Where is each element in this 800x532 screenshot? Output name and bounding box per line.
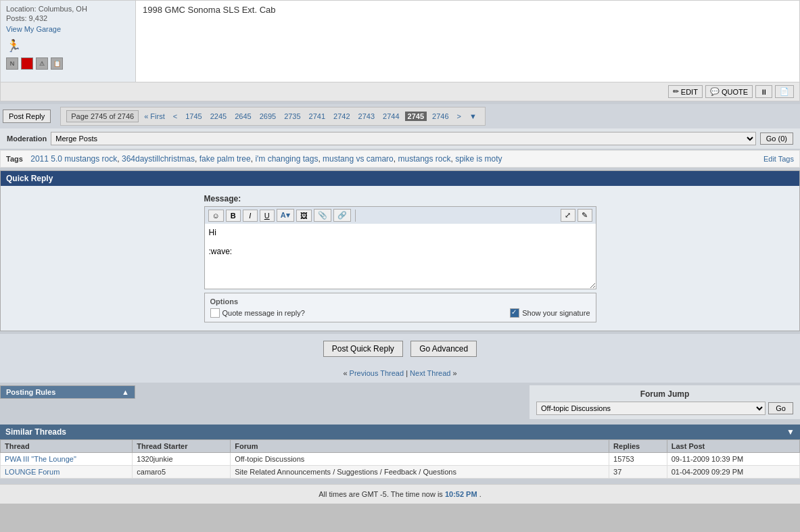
quote-button[interactable]: 💬 QUOTE [705, 85, 753, 98]
view-garage-link[interactable]: View My Garage [6, 25, 130, 33]
go-advanced-button[interactable]: Go Advanced [410, 341, 477, 357]
next-thread-link[interactable]: Next Thread [410, 369, 450, 377]
post-vehicle: 1998 GMC Sonoma SLS Ext. Cab [143, 5, 793, 15]
tag-link-6[interactable]: mustangs rock [398, 154, 450, 164]
posting-rules-box: Posting Rules ▲ [0, 385, 135, 399]
italic-button[interactable]: I [243, 210, 258, 222]
current-page: 2745 [405, 112, 427, 121]
tag-link-2[interactable]: 364daystillchristmas [122, 154, 195, 164]
footer-period: . [479, 490, 481, 498]
replies-1: 15753 [609, 453, 667, 466]
post-count: Posts: 9,432 [6, 14, 130, 22]
bottom-section: Posting Rules ▲ Forum Jump Off-topic Dis… [0, 383, 800, 422]
thread-link-2[interactable]: LOUNGE Forum [5, 468, 60, 476]
user-icon: 🏃 [6, 39, 130, 53]
tags-label: Tags [6, 155, 23, 163]
message-textarea[interactable]: Hi :wave: [204, 224, 596, 289]
edit-icon: ✏ [673, 87, 679, 96]
page-2741[interactable]: 2741 [306, 112, 328, 121]
quote-label: Quote message in reply? [222, 309, 305, 317]
page-1745[interactable]: 1745 [183, 112, 204, 121]
col-starter: Thread Starter [133, 440, 231, 453]
similar-threads-expand-icon[interactable]: ▼ [786, 427, 795, 437]
page-2245[interactable]: 2245 [208, 112, 229, 121]
moderation-dropdown[interactable]: Merge Posts Delete Posts Move Thread Clo… [51, 132, 756, 145]
tag-link-3[interactable]: fake palm tree [199, 154, 251, 164]
page-2743[interactable]: 2743 [356, 112, 377, 121]
post-quick-reply-button[interactable]: Post Quick Reply [323, 341, 403, 357]
icon-1: N [6, 57, 18, 70]
first-page-link[interactable]: « First [141, 112, 168, 121]
quote-icon: 💬 [710, 87, 720, 96]
signature-checkbox[interactable] [510, 308, 519, 318]
forum-jump-box: Forum Jump Off-topic Discussions Go [530, 385, 800, 419]
thread-link-1[interactable]: PWA III "The Lounge" [5, 455, 76, 463]
pagination-bar: Page 2745 of 2746 « First < 1745 2245 26… [60, 107, 486, 126]
page-2695[interactable]: 2695 [257, 112, 279, 121]
footer-bar: All times are GMT -5. The time now is 10… [0, 484, 800, 504]
col-thread: Thread [1, 440, 133, 453]
insert-image-button[interactable]: 🖼 [296, 210, 312, 222]
options-label: Options [210, 297, 590, 306]
tag-link-4[interactable]: i'm changing tags [255, 154, 318, 164]
submit-row: Post Quick Reply Go Advanced [0, 334, 800, 364]
footer-time: 10:52 PM [445, 490, 477, 498]
posting-rules-label: Posting Rules [6, 388, 55, 396]
similar-threads-section: Similar Threads ▼ Thread Thread Starter … [0, 425, 800, 479]
edit-button[interactable]: ✏ EDIT [668, 85, 703, 98]
pause-button[interactable]: ⏸ [755, 85, 772, 98]
edit-tags-link[interactable]: Edit Tags [763, 155, 794, 163]
forum-jump-go-button[interactable]: Go [768, 402, 793, 414]
page-2746[interactable]: 2746 [429, 112, 451, 121]
col-lastpost: Last Post [667, 440, 799, 453]
font-color-button[interactable]: A▾ [277, 209, 294, 222]
tag-link-5[interactable]: mustang vs camaro [323, 154, 394, 164]
icon-2 [21, 57, 33, 70]
previous-thread-link[interactable]: Previous Thread [350, 369, 404, 377]
page-2744[interactable]: 2744 [380, 112, 402, 121]
page-2735[interactable]: 2735 [281, 112, 303, 121]
post-location: Location: Columbus, OH [6, 5, 130, 13]
col-forum: Forum [231, 440, 609, 453]
next-page-link[interactable]: > [454, 112, 464, 121]
posting-rules-collapse-icon[interactable]: ▲ [122, 388, 129, 396]
forum-jump-dropdown[interactable]: Off-topic Discussions [536, 402, 766, 415]
quick-reply-section: Quick Reply Message: ☺ B I U A▾ 🖼 📎 🔗 ⤢ … [0, 170, 800, 331]
thread-nav: « Previous Thread | Next Thread » [0, 364, 800, 383]
bold-button[interactable]: B [226, 210, 241, 222]
moderation-section: Moderation Merge Posts Delete Posts Move… [0, 128, 800, 149]
attach-button[interactable]: 📎 [314, 209, 331, 222]
smilies-button[interactable]: ☺ [208, 210, 224, 222]
thread-nav-suffix: » [452, 369, 456, 377]
page-dropdown-arrow[interactable]: ▼ [467, 112, 479, 121]
expand-editor-button[interactable]: ⤢ [561, 209, 575, 222]
icon-3: ⚠ [36, 57, 48, 70]
insert-link-button[interactable]: 🔗 [333, 209, 351, 222]
tags-bar: Tags 2011 5.0 mustangs rock, 364daystill… [0, 150, 800, 168]
quote-checkbox[interactable] [210, 308, 220, 318]
tag-link-1[interactable]: 2011 5.0 mustangs rock [30, 154, 117, 164]
post-reply-button[interactable]: Post Reply [3, 110, 51, 123]
footer-text: All times are GMT -5. The time now is [319, 490, 443, 498]
signature-label: Show your signature [522, 309, 590, 317]
table-row: PWA III "The Lounge" 1320junkie Off-topi… [1, 453, 800, 466]
thread-nav-prefix: « [343, 369, 347, 377]
report-button[interactable]: 📄 [775, 85, 794, 98]
editor-toolbar: ☺ B I U A▾ 🖼 📎 🔗 ⤢ ✎ [204, 206, 596, 224]
prev-page-link[interactable]: < [170, 112, 180, 121]
forum-2: Site Related Announcements / Suggestions… [231, 466, 609, 479]
forum-jump-label: Forum Jump [536, 389, 793, 399]
table-row: LOUNGE Forum camaro5 Site Related Announ… [1, 466, 800, 479]
starter-2: camaro5 [133, 466, 231, 479]
similar-threads-label: Similar Threads [5, 427, 66, 437]
page-2742[interactable]: 2742 [331, 112, 352, 121]
quick-reply-header: Quick Reply [1, 171, 799, 186]
similar-threads-table: Thread Thread Starter Forum Replies Last… [0, 439, 800, 479]
editor-toggle-button[interactable]: ✎ [578, 209, 592, 222]
icon-4: 📋 [51, 57, 63, 70]
tag-link-7[interactable]: spike is moty [455, 154, 502, 164]
page-2645[interactable]: 2645 [232, 112, 254, 121]
underline-button[interactable]: U [260, 210, 275, 222]
lastpost-2: 01-04-2009 09:29 PM [667, 466, 799, 479]
moderation-go-button[interactable]: Go (0) [760, 132, 793, 145]
